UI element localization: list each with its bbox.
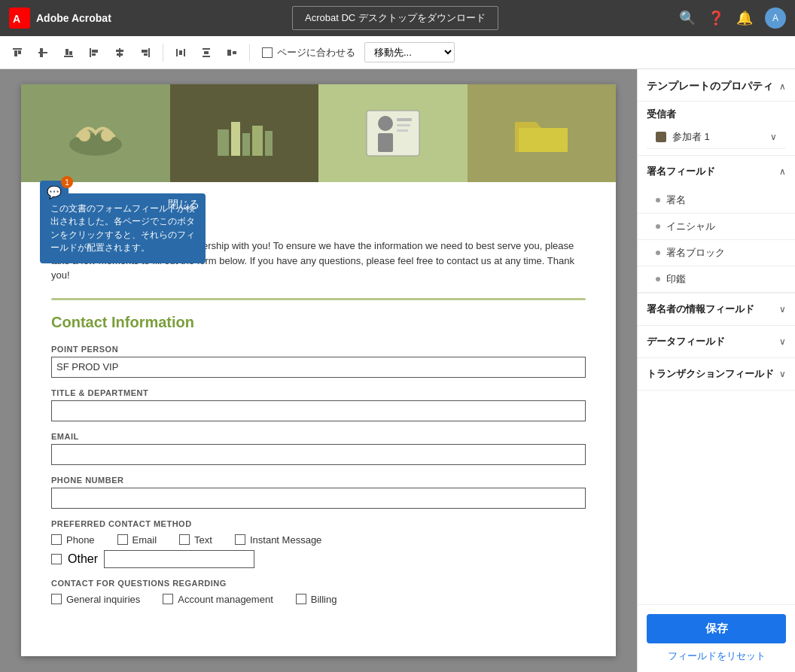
email-label: EMAIL	[51, 432, 586, 441]
fit-page-checkbox	[262, 47, 273, 58]
contact-phone-item[interactable]: Phone	[51, 534, 95, 546]
svg-rect-11	[90, 48, 91, 57]
contact-email-item[interactable]: Email	[117, 534, 157, 546]
topbar-center: Acrobat DC デスクトップをダウンロード	[120, 6, 670, 30]
sig-label-4: 印鑑	[666, 272, 686, 286]
contact-text-item[interactable]: Text	[179, 534, 212, 546]
distribute-v-button[interactable]	[195, 41, 218, 64]
main-layout: 💬 1 閉じる この文書のフォームフィールドが検出されました。各ページでこのボタ…	[0, 69, 795, 672]
contact-phone-checkbox[interactable]	[51, 534, 62, 545]
contact-text-checkbox[interactable]	[179, 534, 190, 545]
align-center-v-button[interactable]	[108, 41, 131, 64]
align-center-h-button[interactable]	[32, 41, 54, 64]
avatar[interactable]: A	[765, 8, 786, 29]
transaction-fields-title: トランザクションフィールド	[647, 367, 774, 381]
distribute-h-button[interactable]	[169, 41, 192, 64]
svg-rect-19	[144, 53, 148, 56]
download-button[interactable]: Acrobat DC デスクトップをダウンロード	[292, 6, 498, 30]
data-fields-chevron[interactable]: ∨	[779, 336, 786, 347]
contact-text-label: Text	[194, 534, 212, 546]
svg-rect-12	[92, 50, 98, 53]
signature-fields-chevron[interactable]: ∧	[779, 166, 786, 177]
contact-other-input[interactable]	[104, 550, 254, 568]
fit-page-button[interactable]: ページに合わせる	[256, 43, 361, 62]
help-icon[interactable]: ❓	[708, 10, 724, 26]
contact-questions-options: General inquiries Account management Bil…	[51, 594, 586, 605]
email-input[interactable]	[51, 444, 586, 465]
badge-count: 1	[61, 176, 73, 188]
phone-input[interactable]	[51, 488, 586, 509]
signature-fields-header[interactable]: 署名フィールド ∧	[638, 156, 795, 187]
sig-dot-4	[656, 277, 660, 281]
signer-info-header[interactable]: 署名者の情報フィールド ∨	[638, 293, 795, 325]
preferred-contact-group: PREFERRED CONTACT METHOD Phone Email	[51, 519, 586, 568]
question-account-checkbox[interactable]	[163, 594, 173, 604]
align-left-button[interactable]	[83, 41, 105, 64]
contact-instant-label: Instant Message	[250, 534, 321, 546]
sig-field-block[interactable]: 署名ブロック	[638, 240, 795, 266]
point-person-input[interactable]	[51, 357, 586, 378]
tooltip-close-button[interactable]: 閉じる	[168, 198, 200, 211]
contact-email-checkbox[interactable]	[117, 534, 128, 545]
signature-fields-section: 署名フィールド ∧ 署名 イニシャル 署名ブロック 印鑑	[638, 156, 795, 293]
svg-rect-25	[204, 51, 209, 54]
question-general-item[interactable]: General inquiries	[51, 594, 140, 605]
signer-info-chevron[interactable]: ∨	[779, 304, 786, 315]
phone-group: PHONE NUMBER	[51, 476, 586, 509]
svg-rect-10	[69, 51, 72, 55]
question-billing-checkbox[interactable]	[296, 594, 306, 604]
notification-icon[interactable]: 🔔	[736, 10, 753, 26]
search-icon[interactable]: 🔍	[679, 10, 696, 26]
contact-other-checkbox[interactable]	[51, 554, 62, 564]
recipient-expand-chevron[interactable]: ∨	[770, 132, 777, 142]
svg-rect-42	[519, 128, 568, 152]
svg-rect-5	[38, 52, 47, 53]
resize-button[interactable]	[221, 41, 243, 64]
fit-page-label: ページに合わせる	[277, 46, 355, 59]
toolbar-divider-2	[249, 44, 250, 62]
question-billing-item[interactable]: Billing	[296, 594, 337, 605]
contact-instant-item[interactable]: Instant Message	[235, 534, 321, 546]
comment-badge[interactable]: 💬 1	[40, 181, 69, 203]
align-top-button[interactable]	[6, 41, 29, 64]
question-billing-label: Billing	[311, 594, 337, 605]
question-account-item[interactable]: Account management	[163, 594, 273, 605]
canvas-area[interactable]: 💬 1 閉じる この文書のフォームフィールドが検出されました。各ページでこのボタ…	[0, 69, 637, 672]
sig-label-1: 署名	[666, 193, 686, 207]
comment-icon: 💬	[47, 185, 62, 199]
recipient-section: 受信者 参加者 1 ∨	[638, 102, 795, 156]
template-props-chevron[interactable]: ∧	[779, 81, 786, 92]
data-fields-header[interactable]: データフィールド ∨	[638, 326, 795, 357]
svg-rect-2	[13, 48, 22, 50]
canvas-scroll-inner: 💬 1 閉じる この文書のフォームフィールドが検出されました。各ページでこのボタ…	[0, 69, 637, 671]
contact-instant-checkbox[interactable]	[235, 534, 245, 545]
section-divider	[51, 298, 586, 300]
svg-rect-41	[397, 129, 408, 132]
nav-select[interactable]: 移動先...	[364, 42, 455, 62]
sig-field-stamp[interactable]: 印鑑	[638, 266, 795, 293]
recipient-color-indicator	[656, 132, 666, 142]
signer-info-section: 署名者の情報フィールド ∨	[638, 293, 795, 326]
svg-point-29	[78, 129, 90, 141]
toolbar-divider-1	[163, 44, 163, 62]
svg-rect-4	[18, 50, 21, 54]
question-general-checkbox[interactable]	[51, 594, 62, 604]
sig-label-2: イニシャル	[666, 220, 715, 233]
transaction-fields-chevron[interactable]: ∨	[779, 369, 786, 379]
transaction-fields-header[interactable]: トランザクションフィールド ∨	[638, 358, 795, 390]
reset-link[interactable]: フィールドをリセット	[647, 649, 786, 663]
svg-rect-38	[378, 133, 393, 152]
header-panel-folder	[468, 84, 617, 182]
sig-field-initials[interactable]: イニシャル	[638, 214, 795, 240]
align-bottom-button[interactable]	[57, 41, 80, 64]
align-right-button[interactable]	[134, 41, 157, 64]
save-button[interactable]: 保存	[647, 614, 786, 643]
contact-questions-label: CONTACT FOR QUESTIONS REGARDING	[51, 579, 586, 588]
svg-rect-27	[233, 51, 236, 54]
svg-rect-35	[265, 131, 273, 156]
app-name: Adobe Acrobat	[36, 12, 111, 24]
sig-field-signature[interactable]: 署名	[638, 187, 795, 214]
topbar: A Adobe Acrobat Acrobat DC デスクトップをダウンロード…	[0, 0, 795, 36]
title-dept-input[interactable]	[51, 400, 586, 421]
svg-text:A: A	[13, 13, 20, 25]
